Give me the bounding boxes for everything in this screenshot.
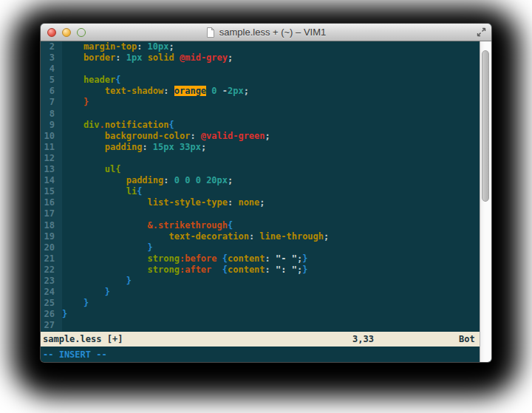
- code-text: div.notification{: [62, 120, 174, 131]
- code-text: list-style-type: none;: [62, 197, 265, 208]
- code-text: header{: [62, 75, 120, 86]
- vim-window: sample.less + (~) – VIM1 2 margin-top: 1…: [41, 24, 491, 362]
- code-text: strong:after {content: ": ";}: [62, 264, 307, 276]
- code-line: 10 background-color: @valid-green;: [41, 131, 480, 142]
- code-text: margin-top: 10px;: [62, 41, 174, 52]
- line-number: 17: [41, 208, 62, 219]
- code-line: 16 list-style-type: none;: [41, 197, 480, 208]
- line-number: 20: [41, 242, 62, 253]
- line-number: 16: [41, 197, 62, 208]
- line-number: 14: [41, 175, 62, 186]
- code-line: 3 border: 1px solid @mid-grey;: [41, 52, 480, 64]
- code-line: 24 }: [41, 287, 480, 298]
- scrollbar-thumb[interactable]: [482, 50, 489, 202]
- scrollbar-track[interactable]: [480, 41, 491, 362]
- line-number: 10: [41, 131, 62, 142]
- code-line: 18 &.strikethrough{: [41, 220, 480, 231]
- code-text: padding: 15px 33px;: [62, 142, 206, 153]
- line-number: 5: [41, 75, 62, 86]
- code-line: 22 strong:after {content: ": ";}: [41, 264, 480, 276]
- code-line: 25 }: [41, 298, 480, 309]
- code-text: }: [62, 97, 89, 108]
- line-number: 4: [41, 64, 62, 75]
- line-number: 26: [41, 309, 62, 320]
- traffic-lights: [47, 24, 86, 41]
- line-number: 7: [41, 97, 62, 108]
- mode-indicator: -- INSERT --: [43, 349, 107, 360]
- title-bar[interactable]: sample.less + (~) – VIM1: [41, 24, 491, 41]
- code-line: 17: [41, 208, 480, 219]
- code-line: 5 header{: [41, 75, 480, 86]
- code-line: 13 ul{: [41, 164, 480, 175]
- code-line: 8: [41, 109, 480, 120]
- line-number: 21: [41, 253, 62, 264]
- code-line: 20 }: [41, 242, 480, 253]
- line-number: 18: [41, 220, 62, 231]
- code-line: 7 }: [41, 97, 480, 108]
- line-number: 25: [41, 298, 62, 309]
- code-text: }: [62, 276, 132, 287]
- vim-commandline: -- INSERT --: [41, 347, 480, 362]
- line-number: 24: [41, 287, 62, 298]
- code-text: background-color: @valid-green;: [62, 131, 270, 142]
- code-text: border: 1px solid @mid-grey;: [62, 52, 233, 64]
- line-number: 11: [41, 142, 62, 153]
- line-number: 15: [41, 186, 62, 197]
- code-line: 21 strong:before {content: "- ";}: [41, 253, 480, 264]
- zoom-button[interactable]: [77, 28, 86, 37]
- code-text: }: [62, 287, 110, 298]
- statusline-scroll-indicator: Bot: [459, 332, 475, 347]
- code-line: 19 text-decoration: line-through;: [41, 231, 480, 242]
- code-line: 4: [41, 64, 480, 75]
- close-button[interactable]: [47, 28, 56, 37]
- vim-statusline: sample.less [+] 3,33 Bot: [41, 332, 480, 347]
- code-text: strong:before {content: "- ";}: [62, 253, 307, 264]
- code-text: li{: [62, 186, 142, 197]
- window-title: sample.less + (~) – VIM1: [219, 27, 327, 38]
- line-number: 9: [41, 120, 62, 131]
- statusline-filename: sample.less [+]: [43, 332, 123, 347]
- code-text: }: [62, 298, 89, 309]
- line-number: 8: [41, 109, 62, 120]
- code-text: &.strikethrough{: [62, 220, 233, 231]
- code-line: 2 margin-top: 10px;: [41, 41, 480, 52]
- code-text: text-decoration: line-through;: [62, 231, 329, 242]
- code-line: 9 div.notification{: [41, 120, 480, 131]
- minimize-button[interactable]: [62, 28, 71, 37]
- code-text: }: [62, 309, 67, 320]
- line-number: 23: [41, 276, 62, 287]
- screenshot-canvas: sample.less + (~) – VIM1 2 margin-top: 1…: [0, 0, 532, 413]
- code-line: 26}: [41, 309, 480, 320]
- line-number: 19: [41, 231, 62, 242]
- code-line: 11 padding: 15px 33px;: [41, 142, 480, 153]
- code-line: 15 li{: [41, 186, 480, 197]
- line-number: 3: [41, 52, 62, 64]
- window-body: 2 margin-top: 10px;3 border: 1px solid @…: [41, 41, 491, 362]
- document-icon: [206, 27, 215, 38]
- line-number: 27: [41, 320, 62, 331]
- code-line: 27: [41, 320, 480, 331]
- line-number: 22: [41, 264, 62, 276]
- line-number: 12: [41, 153, 62, 164]
- line-number: 13: [41, 164, 62, 175]
- code-text: text-shadow: orange 0 -2px;: [62, 86, 249, 97]
- code-line: 23 }: [41, 276, 480, 287]
- title-group: sample.less + (~) – VIM1: [206, 27, 327, 38]
- code-area[interactable]: 2 margin-top: 10px;3 border: 1px solid @…: [41, 41, 480, 332]
- code-line: 14 padding: 0 0 0 20px;: [41, 175, 480, 186]
- code-text: padding: 0 0 0 20px;: [62, 175, 233, 186]
- fullscreen-icon[interactable]: [477, 27, 486, 37]
- editor-column: 2 margin-top: 10px;3 border: 1px solid @…: [41, 41, 480, 362]
- code-text: }: [62, 242, 153, 253]
- line-number: 6: [41, 86, 62, 97]
- statusline-cursor-position: 3,33: [352, 332, 374, 347]
- code-text: ul{: [62, 164, 120, 175]
- line-number: 2: [41, 41, 62, 52]
- code-line: 12: [41, 153, 480, 164]
- code-line: 6 text-shadow: orange 0 -2px;: [41, 86, 480, 97]
